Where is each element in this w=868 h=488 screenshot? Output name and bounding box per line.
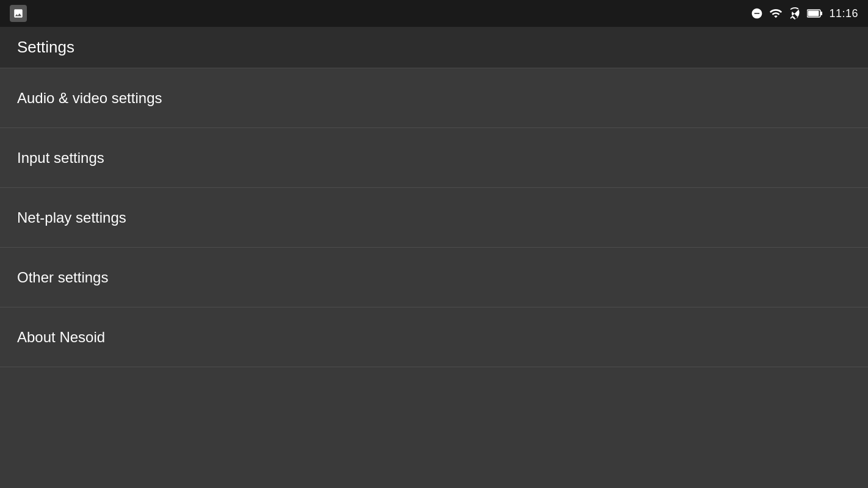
status-time: 11:16 [829,7,858,20]
photo-icon [13,8,24,19]
svg-rect-2 [808,11,819,16]
do-not-disturb-icon [751,7,763,20]
menu-item-label-audio-video-settings: Audio & video settings [17,90,162,107]
menu-item-label-about-nesoid: About Nesoid [17,329,105,346]
wifi-icon [769,7,783,20]
menu-item-other-settings[interactable]: Other settings [0,248,868,307]
menu-item-about-nesoid[interactable]: About Nesoid [0,307,868,367]
status-bar-right: 11:16 [751,7,858,20]
status-bar: 11:16 [0,0,868,27]
battery-icon [807,9,823,18]
menu-item-audio-video-settings[interactable]: Audio & video settings [0,68,868,128]
page-title: Settings [17,38,74,57]
svg-rect-1 [820,12,822,15]
menu-item-label-net-play-settings: Net-play settings [17,209,126,226]
menu-item-net-play-settings[interactable]: Net-play settings [0,188,868,248]
menu-item-input-settings[interactable]: Input settings [0,128,868,188]
menu-item-label-other-settings: Other settings [17,269,108,286]
app-icon [10,5,27,22]
settings-menu-list: Audio & video settingsInput settingsNet-… [0,68,868,367]
toolbar: Settings [0,27,868,68]
menu-item-label-input-settings: Input settings [17,149,104,167]
signal-icon [789,7,801,20]
status-bar-left [10,5,27,22]
